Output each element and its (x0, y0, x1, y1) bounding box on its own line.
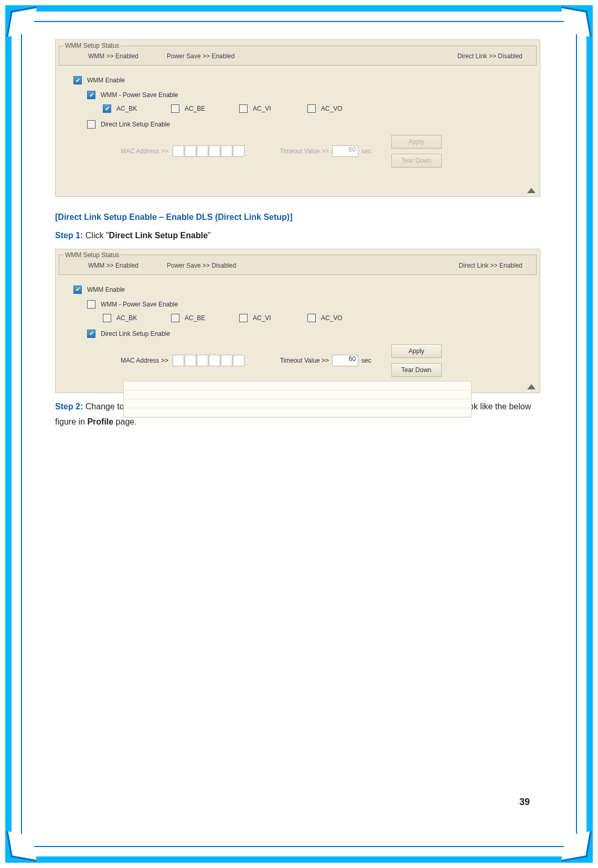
ac-be-checkbox-2 (171, 314, 179, 322)
section-heading: [Direct Link Setup Enable – Enable DLS (… (55, 213, 540, 222)
wmm-panel-1: WMM Setup Status WMM >> Enabled Power Sa… (55, 39, 540, 197)
mac-address-label-2: MAC Address >> (121, 357, 168, 364)
ac-bk-label-2: AC_BK (116, 314, 137, 322)
wmm-enable-checkbox[interactable] (73, 76, 82, 84)
ac-bk-label: AC_BK (116, 105, 137, 112)
status-directlink-2: Direct Link >> Enabled (335, 262, 536, 269)
collapse-up-icon[interactable] (527, 188, 536, 193)
mac-address-label: MAC Address >> (121, 147, 168, 155)
ac-be-label: AC_BE (185, 105, 205, 112)
apply-button[interactable]: Apply (391, 135, 442, 149)
dls-list (123, 381, 472, 418)
page-number: 39 (519, 797, 530, 808)
dls-enable-label: Direct Link Setup Enable (101, 121, 170, 128)
ac-vi-checkbox[interactable] (239, 104, 248, 113)
ac-be-checkbox[interactable] (171, 104, 179, 113)
powersave-enable-label-2: WMM - Power Save Enable (101, 301, 178, 308)
mac-address-inputs[interactable] (173, 145, 244, 157)
ac-vi-label-2: AC_VI (253, 314, 271, 322)
step1-label: Step 1: (55, 231, 83, 240)
wmm-enable-label: WMM Enable (87, 77, 125, 84)
status-wmm-2: WMM >> Enabled (88, 262, 167, 269)
dls-enable-checkbox[interactable] (87, 120, 95, 129)
collapse-up-icon-2[interactable] (527, 384, 536, 389)
ac-vo-checkbox[interactable] (307, 104, 316, 113)
mac-address-inputs-2[interactable] (173, 355, 244, 366)
apply-button-2[interactable]: Apply (391, 344, 442, 358)
wmm-enable-checkbox-2[interactable] (73, 285, 82, 294)
powersave-enable-checkbox-2[interactable] (87, 300, 95, 309)
teardown-button-2[interactable]: Tear Down (391, 363, 442, 377)
ac-vi-label: AC_VI (253, 105, 271, 112)
timeout-unit-2: sec (361, 357, 371, 364)
timeout-input[interactable]: 60 (332, 145, 358, 157)
status-fieldset-2: WMM Setup Status WMM >> Enabled Power Sa… (59, 251, 537, 275)
status-wmm: WMM >> Enabled (88, 52, 167, 60)
ac-vo-checkbox-2 (307, 314, 316, 322)
step1-text: Step 1: Click "Direct Link Setup Enable" (55, 228, 540, 244)
dls-enable-label-2: Direct Link Setup Enable (101, 330, 170, 337)
ac-vo-label-2: AC_VO (321, 314, 343, 322)
ac-vo-label: AC_VO (321, 105, 343, 112)
wmm-enable-label-2: WMM Enable (87, 286, 125, 293)
status-powersave: Power Save >> Enabled (167, 52, 335, 60)
ac-vi-checkbox-2 (239, 314, 248, 322)
teardown-button[interactable]: Tear Down (391, 154, 442, 167)
timeout-input-2[interactable]: 60 (332, 355, 358, 366)
status-powersave-2: Power Save >> Disabled (167, 262, 335, 269)
powersave-enable-checkbox[interactable] (87, 91, 95, 99)
status-fieldset: WMM Setup Status WMM >> Enabled Power Sa… (59, 42, 537, 66)
status-legend-2: WMM Setup Status (63, 251, 121, 259)
timeout-unit: sec (361, 147, 371, 155)
wmm-panel-2: WMM Setup Status WMM >> Enabled Power Sa… (55, 249, 540, 393)
timeout-label-2: Timeout Value >> (280, 357, 329, 364)
ac-bk-checkbox-2 (103, 314, 111, 322)
status-legend: WMM Setup Status (63, 42, 121, 49)
timeout-label: Timeout Value >> (280, 147, 329, 155)
powersave-enable-label: WMM - Power Save Enable (101, 91, 178, 99)
ac-be-label-2: AC_BE (185, 314, 205, 322)
status-directlink: Direct Link >> Disabled (335, 52, 536, 60)
ac-bk-checkbox[interactable] (103, 104, 111, 113)
dls-enable-checkbox-2[interactable] (87, 330, 95, 338)
